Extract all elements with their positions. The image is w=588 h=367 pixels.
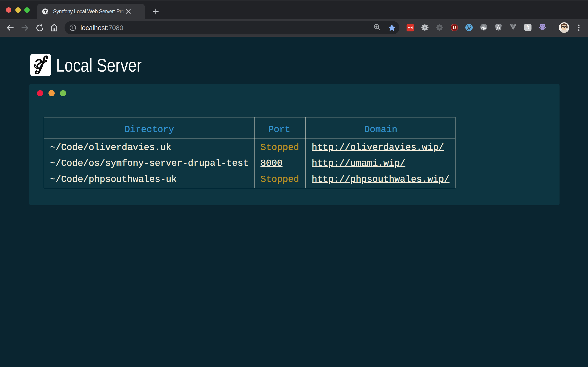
svg-text:U: U	[453, 25, 456, 30]
svg-text:h: h	[527, 24, 529, 31]
